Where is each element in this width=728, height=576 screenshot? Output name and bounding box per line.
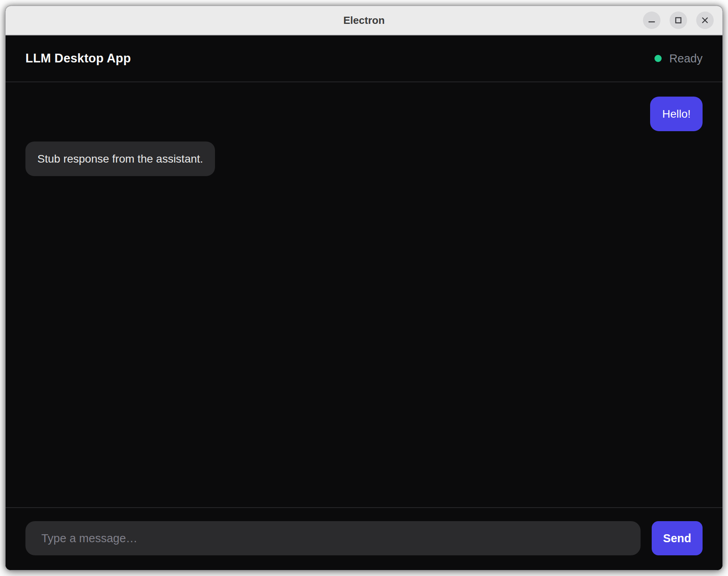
app-header: LLM Desktop App Ready [6, 35, 722, 82]
status-label: Ready [669, 52, 703, 65]
page-title: LLM Desktop App [25, 51, 131, 66]
window-controls [643, 12, 714, 29]
close-icon [701, 16, 709, 24]
close-button[interactable] [696, 12, 714, 29]
window-titlebar[interactable]: Electron [6, 6, 722, 35]
maximize-button[interactable] [670, 12, 687, 29]
message-input[interactable] [25, 521, 641, 555]
window-title: Electron [6, 14, 722, 27]
electron-app-window: Electron [5, 6, 723, 570]
maximize-icon [674, 16, 682, 24]
message-composer: Send [6, 507, 722, 570]
chat-message-list: Hello! Stub response from the assistant. [6, 82, 722, 507]
send-button[interactable]: Send [652, 521, 703, 555]
assistant-message-bubble: Stub response from the assistant. [25, 142, 215, 176]
status-dot-icon [654, 55, 662, 62]
minimize-icon [648, 16, 656, 24]
desktop-background: Electron [0, 0, 728, 576]
user-message-bubble: Hello! [650, 97, 703, 131]
minimize-button[interactable] [643, 12, 660, 29]
status-indicator: Ready [654, 52, 703, 65]
